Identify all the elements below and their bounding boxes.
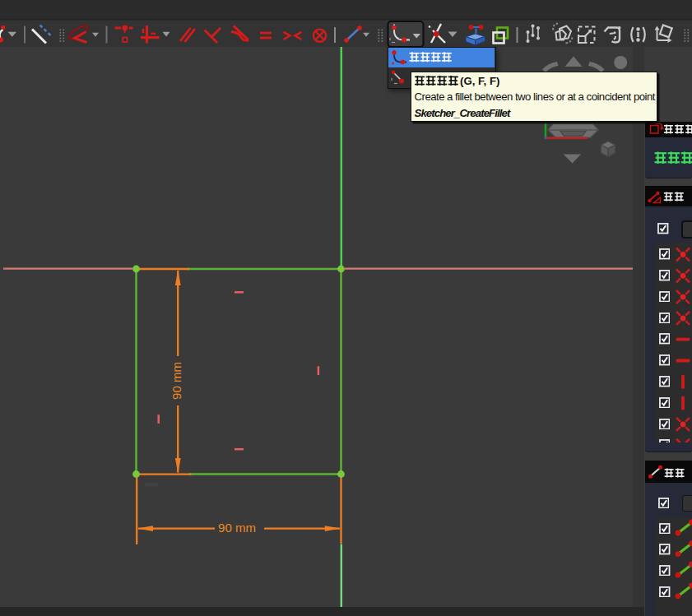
svg-text:90 mm: 90 mm xyxy=(170,362,183,400)
svg-text:(G, F, F): (G, F, F) xyxy=(460,74,499,86)
svg-text:90 mm: 90 mm xyxy=(218,521,256,535)
svg-text:Create a fillet between two li: Create a fillet between two lines or at … xyxy=(415,90,656,103)
svg-text:Sketcher_CreateFillet: Sketcher_CreateFillet xyxy=(415,106,511,118)
